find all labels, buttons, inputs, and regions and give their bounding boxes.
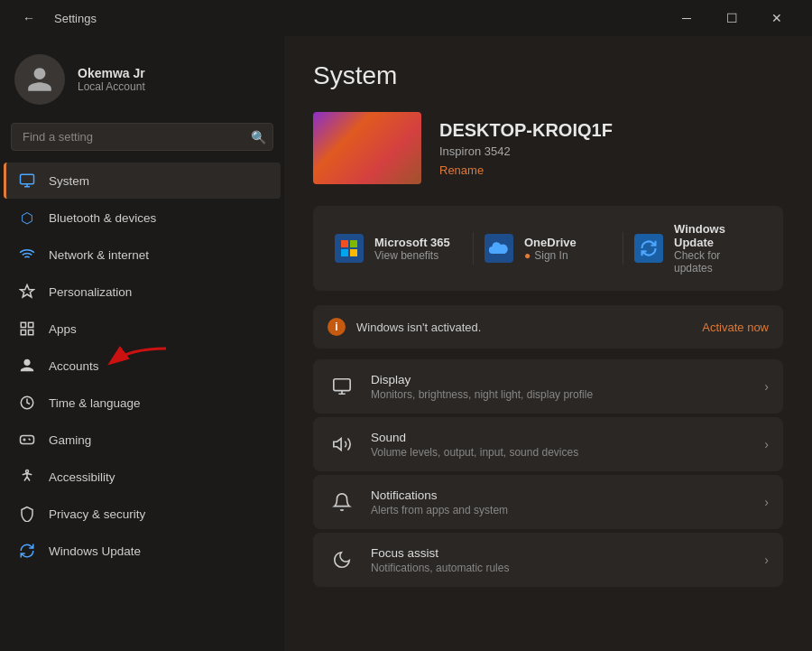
sound-text: Sound Volume levels, output, input, soun…	[371, 431, 578, 459]
focusassist-icon	[328, 545, 356, 574]
quick-link-winupdate[interactable]: Windows Update Check for updates	[627, 219, 769, 278]
sidebar-item-label-timelanguage: Time & language	[49, 396, 141, 410]
sidebar-item-personalization[interactable]: Personalization	[4, 274, 281, 310]
sidebar-item-label-apps: Apps	[49, 322, 77, 336]
quick-links: Microsoft 365 View benefits OneDrive ● S…	[313, 206, 783, 291]
quick-link-ms365[interactable]: Microsoft 365 View benefits	[328, 230, 469, 266]
settings-item-display-left: Display Monitors, brightness, night ligh…	[328, 372, 593, 401]
settings-item-display[interactable]: Display Monitors, brightness, night ligh…	[313, 359, 783, 414]
svg-rect-11	[341, 249, 348, 256]
svg-rect-9	[341, 240, 348, 247]
search-box[interactable]: 🔍	[11, 123, 273, 151]
sound-sub: Volume levels, output, input, sound devi…	[371, 446, 578, 459]
back-button[interactable]: ←	[14, 4, 43, 33]
device-image	[313, 112, 421, 184]
settings-item-notifications-left: Notifications Alerts from apps and syste…	[328, 488, 508, 516]
sidebar-item-label-personalization: Personalization	[49, 285, 132, 299]
onedrive-title: OneDrive	[524, 236, 577, 249]
settings-item-sound[interactable]: Sound Volume levels, output, input, soun…	[313, 417, 783, 471]
onedrive-icon	[484, 234, 513, 263]
display-icon	[328, 372, 356, 401]
notifications-sub: Alerts from apps and system	[371, 504, 508, 516]
arrow-indicator	[103, 344, 175, 380]
windowsupdate-icon	[18, 542, 36, 560]
sound-icon	[328, 430, 356, 459]
search-button[interactable]: 🔍	[251, 130, 266, 144]
svg-point-8	[26, 470, 29, 473]
device-name: DESKTOP-KROIQ1F	[439, 120, 613, 141]
divider-2	[623, 232, 623, 265]
sidebar-item-label-gaming: Gaming	[49, 433, 91, 447]
warning-icon: i	[328, 318, 346, 336]
sidebar-item-bluetooth[interactable]: ⬡ Bluetooth & devices	[4, 200, 281, 236]
winupdate-sub: Check for updates	[674, 249, 761, 274]
warning-text: Windows isn't activated.	[356, 321, 481, 334]
sidebar-item-label-system: System	[49, 174, 89, 188]
rename-link[interactable]: Rename	[439, 163, 613, 177]
content-area: System DESKTOP-KROIQ1F Inspiron 3542 Ren…	[284, 36, 812, 651]
ms365-sub: View benefits	[374, 249, 450, 262]
warning-left: i Windows isn't activated.	[328, 318, 481, 336]
notifications-title: Notifications	[371, 488, 508, 502]
user-info: Okemwa Jr Local Account	[78, 66, 145, 93]
restore-button[interactable]: ☐	[711, 4, 752, 33]
svg-rect-10	[350, 240, 357, 247]
ms365-icon	[335, 234, 364, 263]
user-section[interactable]: Okemwa Jr Local Account	[0, 36, 284, 119]
svg-rect-1	[21, 322, 25, 327]
settings-list: Display Monitors, brightness, night ligh…	[313, 359, 783, 587]
user-type: Local Account	[78, 80, 145, 93]
avatar	[14, 54, 65, 105]
device-model: Inspiron 3542	[439, 144, 613, 158]
app-body: Okemwa Jr Local Account 🔍 System ⬡ Bluet…	[0, 36, 812, 651]
divider-1	[473, 232, 474, 265]
onedrive-text: OneDrive ● Sign In	[524, 236, 577, 262]
display-chevron: ›	[764, 379, 769, 394]
sidebar-item-windowsupdate[interactable]: Windows Update	[4, 533, 281, 569]
onedrive-dot: ●	[524, 249, 531, 262]
device-card: DESKTOP-KROIQ1F Inspiron 3542 Rename	[313, 112, 783, 184]
network-icon	[18, 246, 36, 264]
nav-items: System ⬡ Bluetooth & devices Network & i…	[0, 162, 284, 640]
page-title: System	[313, 61, 783, 90]
notifications-text: Notifications Alerts from apps and syste…	[371, 488, 508, 516]
sidebar-item-label-network: Network & internet	[49, 248, 149, 262]
display-title: Display	[371, 373, 593, 386]
sidebar-item-apps[interactable]: Apps	[4, 311, 281, 347]
svg-rect-3	[29, 330, 33, 335]
svg-rect-12	[350, 249, 357, 256]
sidebar-item-privacy[interactable]: Privacy & security	[4, 496, 281, 532]
sidebar-item-label-windowsupdate: Windows Update	[49, 544, 141, 558]
sidebar-item-accounts[interactable]: Accounts	[4, 348, 281, 384]
focusassist-chevron: ›	[764, 553, 769, 567]
back-icon: ←	[23, 11, 35, 25]
activate-link[interactable]: Activate now	[702, 321, 769, 334]
sidebar-item-accessibility[interactable]: Accessibility	[4, 459, 281, 495]
minimize-button[interactable]: ─	[666, 4, 707, 33]
quick-link-onedrive[interactable]: OneDrive ● Sign In	[477, 230, 619, 266]
apps-icon	[18, 320, 36, 338]
settings-item-notifications[interactable]: Notifications Alerts from apps and syste…	[313, 475, 783, 529]
onedrive-sub: ● Sign In	[524, 249, 577, 262]
search-input[interactable]	[11, 123, 273, 151]
settings-item-sound-left: Sound Volume levels, output, input, soun…	[328, 430, 578, 459]
warning-bar: i Windows isn't activated. Activate now	[313, 305, 783, 349]
sidebar-item-label-accessibility: Accessibility	[49, 470, 115, 484]
svg-rect-4	[21, 330, 25, 335]
sidebar-item-system[interactable]: System	[4, 163, 281, 199]
settings-item-focusassist[interactable]: Focus assist Notifications, automatic ru…	[313, 533, 783, 587]
sidebar: Okemwa Jr Local Account 🔍 System ⬡ Bluet…	[0, 36, 284, 651]
settings-item-focusassist-left: Focus assist Notifications, automatic ru…	[328, 545, 509, 574]
titlebar: ← Settings ─ ☐ ✕	[0, 0, 812, 36]
sidebar-item-label-accounts: Accounts	[49, 359, 99, 373]
close-button[interactable]: ✕	[756, 4, 798, 33]
sidebar-item-gaming[interactable]: Gaming	[4, 422, 281, 458]
gaming-icon	[18, 431, 36, 449]
winupdate-quicklink-icon	[634, 234, 663, 263]
svg-rect-13	[334, 379, 350, 391]
svg-rect-0	[21, 174, 34, 184]
sidebar-item-timelanguage[interactable]: Time & language	[4, 385, 281, 421]
sidebar-item-network[interactable]: Network & internet	[4, 237, 281, 273]
accounts-icon	[18, 357, 36, 375]
ms365-title: Microsoft 365	[374, 236, 450, 249]
